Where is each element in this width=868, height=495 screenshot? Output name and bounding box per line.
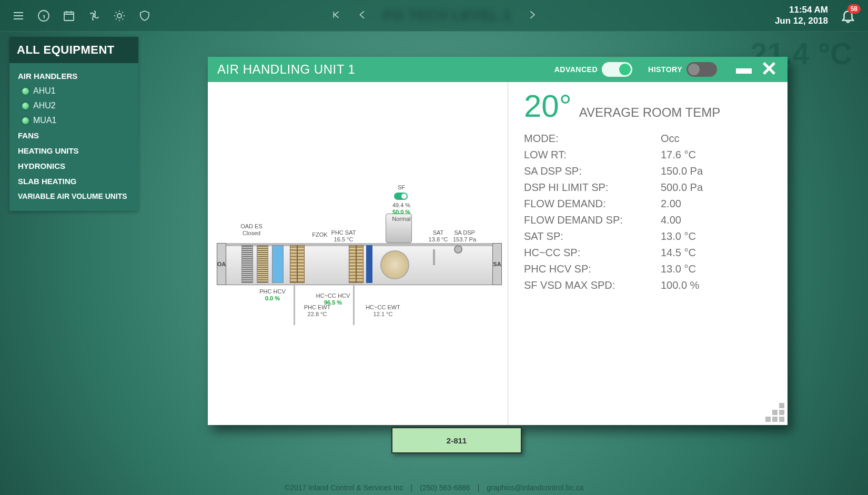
sa-label: SA	[492, 243, 502, 285]
avg-room-temp-label: AVERAGE ROOM TEMP	[579, 105, 721, 120]
menu-icon[interactable]	[11, 8, 26, 24]
data-row-value: 150.0 Pa	[661, 165, 703, 177]
sat-label: SAT	[433, 229, 444, 236]
sidebar-item-ahu2[interactable]: AHU2	[9, 98, 138, 113]
footer-phone: (250) 563-6886	[420, 483, 470, 492]
status-dot-icon	[22, 88, 29, 95]
footer-email[interactable]: graphics@inlandcontrol.bc.ca	[487, 483, 583, 492]
data-row: LOW RT:17.6 °C	[524, 147, 772, 163]
sf-toggle[interactable]	[394, 193, 408, 200]
sadsp-value: 153.7 Pa	[453, 236, 476, 243]
data-row-key: HC~CC SP:	[524, 247, 661, 259]
data-row: FLOW DEMAND:2.00	[524, 196, 772, 212]
hccc-hcv-label: HC~CC HCV	[316, 292, 350, 299]
data-row-value: 100.0 %	[661, 279, 699, 291]
sidebar-item-label: AHU1	[33, 86, 56, 96]
data-row: SAT SP:13.0 °C	[524, 228, 772, 245]
sidebar-title: ALL EQUIPMENT	[9, 37, 138, 63]
alerts-bell-icon[interactable]: 58	[839, 6, 857, 25]
close-button[interactable]	[760, 59, 778, 79]
fan-icon[interactable]	[86, 8, 102, 24]
sidebar: ALL EQUIPMENT AIR HANDLERS AHU1 AHU2 MUA…	[9, 37, 138, 211]
data-row: FLOW DEMAND SP:4.00	[524, 212, 772, 228]
phc-sat-label: PHC SAT	[331, 229, 356, 236]
data-row-key: PHC HCV SP:	[524, 263, 661, 275]
sun-icon[interactable]	[112, 8, 127, 24]
phc-hcv-label: PHC HCV	[259, 288, 286, 295]
data-row: MODE:Occ	[524, 130, 772, 147]
alerts-badge: 58	[847, 4, 861, 14]
sidebar-cat-heating[interactable]: HEATING UNITS	[9, 143, 138, 158]
oad-es-value: Closed	[243, 230, 260, 236]
data-row-value: Occ	[661, 133, 680, 145]
data-row-key: SF VSD MAX SPD:	[524, 279, 661, 291]
avg-room-temp-value: 20°	[524, 90, 572, 122]
data-row-value: 14.5 °C	[661, 247, 696, 259]
svg-rect-1	[64, 12, 74, 21]
sidebar-cat-air-handlers[interactable]: AIR HANDLERS	[9, 68, 138, 84]
sidebar-item-ahu1[interactable]: AHU1	[9, 84, 138, 98]
ahu-modal: AIR HANDLING UNIT 1 ADVANCED HISTORY OA …	[208, 57, 788, 425]
diagram-pane: OA SA OAD ESClosed FZOK PHC SAT16.5 °C S…	[208, 82, 508, 425]
sidebar-cat-vav[interactable]: VARIABLE AIR VOLUME UNITS	[9, 189, 138, 204]
ahu-diagram: OA SA OAD ESClosed FZOK PHC SAT16.5 °C S…	[217, 208, 501, 377]
sidebar-item-label: AHU2	[33, 101, 56, 110]
history-toggle[interactable]	[687, 62, 717, 77]
sidebar-cat-slab[interactable]: SLAB HEATING	[9, 174, 138, 189]
shield-icon[interactable]	[137, 8, 153, 24]
phc-ewt-label: PHC EWT	[304, 304, 331, 310]
data-row-value: 4.00	[661, 214, 681, 226]
calendar-icon[interactable]	[61, 8, 77, 24]
footer: ©2017 Inland Control & Services Inc | (2…	[0, 483, 868, 492]
floor-tag[interactable]: 2-811	[391, 427, 522, 453]
history-label: HISTORY	[648, 65, 682, 74]
sidebar-cat-fans[interactable]: FANS	[9, 128, 138, 143]
modal-header: AIR HANDLING UNIT 1 ADVANCED HISTORY	[208, 57, 788, 82]
resize-grip-icon[interactable]	[765, 403, 784, 422]
sf-status: Normal	[392, 216, 410, 222]
nav-next-icon[interactable]	[527, 9, 537, 22]
topbar: PG TECH LEVEL 1 11:54 AM Jun 12, 2018 58	[0, 0, 868, 32]
status-dot-icon	[22, 103, 29, 109]
hccc-ewt-label: HC~CC EWT	[366, 304, 400, 310]
phc-sat-value: 16.5 °C	[334, 236, 354, 243]
supply-fan-icon	[380, 250, 409, 279]
sf-label: SF	[398, 184, 405, 190]
svg-point-3	[117, 14, 122, 18]
data-row-value: 13.0 °C	[661, 263, 696, 275]
sidebar-item-label: MUA1	[33, 116, 56, 125]
data-row-value: 13.0 °C	[661, 230, 696, 243]
clock-time: 11:54 AM	[775, 5, 828, 15]
info-icon[interactable]	[36, 8, 52, 24]
hccc-ewt-value: 12.1 °C	[374, 311, 393, 317]
data-row-key: MODE:	[524, 133, 661, 145]
phc-hcv-value: 0.0 %	[265, 295, 280, 301]
data-row: HC~CC SP:14.5 °C	[524, 245, 772, 261]
sidebar-cat-hydronics[interactable]: HYDRONICS	[9, 158, 138, 174]
data-row-value: 17.6 °C	[661, 149, 696, 161]
data-row-key: SAT SP:	[524, 230, 661, 243]
advanced-toggle[interactable]	[602, 62, 632, 77]
data-row-key: DSP HI LIMIT SP:	[524, 181, 661, 194]
data-row-key: SA DSP SP:	[524, 165, 661, 177]
data-row-key: FLOW DEMAND:	[524, 198, 661, 210]
oad-es-label: OAD ES	[240, 223, 263, 229]
minimize-button[interactable]	[736, 68, 752, 74]
advanced-label: ADVANCED	[554, 65, 598, 74]
phc-ewt-value: 22.8 °C	[308, 311, 327, 317]
oa-label: OA	[217, 243, 226, 285]
status-dot-icon	[22, 117, 29, 124]
modal-title: AIR HANDLING UNIT 1	[217, 62, 355, 77]
sadsp-label: SA DSP	[454, 229, 475, 236]
data-row-value: 2.00	[661, 198, 681, 210]
data-row-key: LOW RT:	[524, 149, 661, 161]
clock-date: Jun 12, 2018	[775, 16, 828, 26]
sat-value: 13.8 °C	[429, 236, 448, 243]
nav-first-icon[interactable]	[331, 9, 341, 22]
data-row-value: 500.0 Pa	[661, 181, 703, 194]
sidebar-item-mua1[interactable]: MUA1	[9, 113, 138, 128]
page-title-blurred: PG TECH LEVEL 1	[383, 7, 511, 24]
data-row-key: FLOW DEMAND SP:	[524, 214, 661, 226]
sf-val2: 50.0 %	[392, 209, 410, 215]
nav-prev-icon[interactable]	[357, 9, 368, 22]
